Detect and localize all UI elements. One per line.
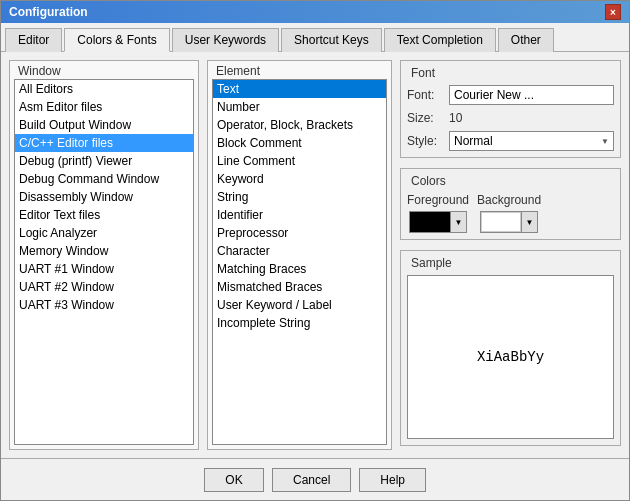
element-list-item[interactable]: Operator, Block, Brackets [213, 116, 386, 134]
style-label: Style: [407, 134, 445, 148]
window-list-item[interactable]: Memory Window [15, 242, 193, 260]
ok-button[interactable]: OK [204, 468, 264, 492]
window-list-item[interactable]: UART #3 Window [15, 296, 193, 314]
title-bar: Configuration × [1, 1, 629, 23]
size-label: Size: [407, 111, 445, 125]
background-swatch-row[interactable]: ▼ [480, 211, 538, 233]
footer: OK Cancel Help [1, 458, 629, 500]
element-list-item[interactable]: Number [213, 98, 386, 116]
element-list-item[interactable]: Character [213, 242, 386, 260]
tab-editor[interactable]: Editor [5, 28, 62, 52]
window-panel-title: Window [14, 64, 194, 78]
font-row: Font: Courier New ... [407, 85, 614, 105]
foreground-swatch [410, 212, 450, 232]
font-group: Font Font: Courier New ... Size: 10 Styl… [400, 60, 621, 158]
tab-bar: Editor Colors & Fonts User Keywords Shor… [1, 23, 629, 52]
tab-user-keywords[interactable]: User Keywords [172, 28, 279, 52]
background-swatch [481, 212, 521, 232]
window-list-item[interactable]: UART #2 Window [15, 278, 193, 296]
cancel-button[interactable]: Cancel [272, 468, 351, 492]
element-panel-title: Element [212, 64, 387, 78]
close-button[interactable]: × [605, 4, 621, 20]
window-title: Configuration [9, 5, 88, 19]
size-row: Size: 10 [407, 111, 614, 125]
background-label: Background [477, 193, 541, 207]
tab-colors-fonts[interactable]: Colors & Fonts [64, 28, 169, 52]
sample-group-title: Sample [407, 256, 614, 270]
element-list-item[interactable]: Keyword [213, 170, 386, 188]
window-list-item[interactable]: UART #1 Window [15, 260, 193, 278]
colors-group: Colors Foreground ▼ Background ▼ [400, 168, 621, 240]
background-col: Background ▼ [477, 193, 541, 233]
foreground-swatch-row[interactable]: ▼ [409, 211, 467, 233]
style-select[interactable]: Normal ▼ [449, 131, 614, 151]
style-row: Style: Normal ▼ [407, 131, 614, 151]
element-list-item[interactable]: Matching Braces [213, 260, 386, 278]
foreground-dropdown-btn[interactable]: ▼ [450, 212, 466, 232]
element-list-item[interactable]: Text [213, 80, 386, 98]
main-content: Window All EditorsAsm Editor filesBuild … [1, 52, 629, 458]
style-value: Normal [454, 134, 493, 148]
colors-group-title: Colors [407, 174, 450, 188]
tab-shortcut-keys[interactable]: Shortcut Keys [281, 28, 382, 52]
colors-row: Foreground ▼ Background ▼ [407, 193, 614, 233]
font-value: Courier New ... [454, 88, 534, 102]
window-list[interactable]: All EditorsAsm Editor filesBuild Output … [14, 79, 194, 445]
window-list-item[interactable]: Editor Text files [15, 206, 193, 224]
configuration-window: Configuration × Editor Colors & Fonts Us… [0, 0, 630, 501]
element-list[interactable]: TextNumberOperator, Block, BracketsBlock… [212, 79, 387, 445]
window-list-item[interactable]: Logic Analyzer [15, 224, 193, 242]
foreground-label: Foreground [407, 193, 469, 207]
element-list-item[interactable]: Line Comment [213, 152, 386, 170]
size-value: 10 [449, 111, 614, 125]
element-list-item[interactable]: Identifier [213, 206, 386, 224]
window-panel: Window All EditorsAsm Editor filesBuild … [9, 60, 199, 450]
window-list-item[interactable]: Asm Editor files [15, 98, 193, 116]
sample-content: XiAaBbYy [407, 275, 614, 439]
sample-group: Sample XiAaBbYy [400, 250, 621, 446]
sample-text: XiAaBbYy [477, 349, 544, 365]
element-list-item[interactable]: String [213, 188, 386, 206]
foreground-col: Foreground ▼ [407, 193, 469, 233]
window-list-item[interactable]: C/C++ Editor files [15, 134, 193, 152]
font-label: Font: [407, 88, 445, 102]
help-button[interactable]: Help [359, 468, 426, 492]
element-list-item[interactable]: User Keyword / Label [213, 296, 386, 314]
element-list-item[interactable]: Incomplete String [213, 314, 386, 332]
right-panel: Font Font: Courier New ... Size: 10 Styl… [400, 60, 621, 450]
element-list-item[interactable]: Mismatched Braces [213, 278, 386, 296]
window-list-item[interactable]: Disassembly Window [15, 188, 193, 206]
style-dropdown-arrow: ▼ [601, 137, 609, 146]
font-group-title: Font [407, 66, 439, 80]
window-list-item[interactable]: Debug Command Window [15, 170, 193, 188]
element-panel: Element TextNumberOperator, Block, Brack… [207, 60, 392, 450]
tab-text-completion[interactable]: Text Completion [384, 28, 496, 52]
window-list-item[interactable]: Debug (printf) Viewer [15, 152, 193, 170]
background-dropdown-btn[interactable]: ▼ [521, 212, 537, 232]
window-list-item[interactable]: All Editors [15, 80, 193, 98]
element-list-item[interactable]: Block Comment [213, 134, 386, 152]
element-list-item[interactable]: Preprocessor [213, 224, 386, 242]
window-list-item[interactable]: Build Output Window [15, 116, 193, 134]
tab-other[interactable]: Other [498, 28, 554, 52]
font-select[interactable]: Courier New ... [449, 85, 614, 105]
